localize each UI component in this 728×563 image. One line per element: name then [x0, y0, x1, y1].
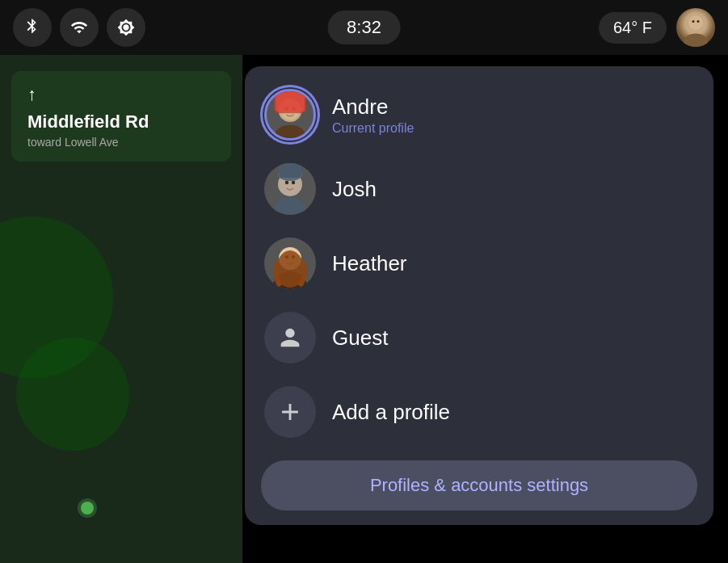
time-display: 8:32 — [327, 11, 401, 44]
map-background: ↑ Middlefield Rd toward Lowell Ave — [0, 55, 242, 563]
status-icons-left — [13, 8, 145, 47]
svg-point-15 — [292, 181, 295, 184]
svg-point-4 — [697, 20, 700, 23]
profile-dropdown: Andre Current profile Josh — [245, 66, 713, 525]
profile-avatar-heather — [264, 237, 316, 289]
profile-item-add[interactable]: Add a profile — [245, 375, 713, 449]
add-profile-icon — [264, 386, 316, 438]
map-location-indicator — [81, 502, 94, 515]
profile-item-andre[interactable]: Andre Current profile — [245, 78, 713, 152]
svg-rect-11 — [276, 91, 305, 111]
time-pill: 8:32 — [327, 11, 401, 44]
profile-avatar-josh — [264, 163, 316, 215]
navigation-card: ↑ Middlefield Rd toward Lowell Ave — [11, 71, 231, 162]
profile-name-guest: Guest — [332, 326, 388, 351]
bluetooth-button[interactable] — [13, 8, 52, 47]
brightness-button[interactable] — [107, 8, 145, 47]
status-bar: 8:32 64° F — [0, 0, 728, 55]
current-user-avatar[interactable] — [676, 8, 715, 47]
svg-point-12 — [272, 197, 308, 215]
toward-label: toward Lowell Ave — [27, 136, 215, 149]
profile-name-andre: Andre — [332, 95, 414, 120]
svg-point-6 — [274, 125, 306, 141]
temperature-display: 64° F — [599, 12, 667, 44]
svg-point-2 — [688, 15, 703, 30]
profile-name-heather: Heather — [332, 251, 407, 276]
profile-info-andre: Andre Current profile — [332, 95, 414, 136]
svg-point-1 — [684, 34, 708, 48]
svg-rect-17 — [279, 163, 301, 178]
profile-avatar-andre — [264, 89, 316, 141]
profiles-settings-button[interactable]: Profiles & accounts settings — [261, 460, 697, 510]
profile-name-add: Add a profile — [332, 400, 450, 425]
svg-point-14 — [285, 181, 288, 184]
profile-item-guest[interactable]: Guest — [245, 300, 713, 375]
direction-arrow: ↑ — [27, 84, 215, 105]
profile-info-heather: Heather — [332, 251, 407, 276]
profile-info-josh: Josh — [332, 177, 377, 202]
status-icons-right: 64° F — [599, 8, 715, 47]
profile-name-josh: Josh — [332, 177, 377, 202]
street-name: Middlefield Rd — [27, 111, 215, 132]
profile-info-add: Add a profile — [332, 400, 450, 425]
profile-info-guest: Guest — [332, 326, 388, 351]
profile-item-josh[interactable]: Josh — [245, 152, 713, 226]
svg-point-3 — [692, 20, 695, 23]
profile-item-heather[interactable]: Heather — [245, 226, 713, 300]
profile-avatar-guest — [264, 312, 316, 363]
profile-subtitle-andre: Current profile — [332, 121, 414, 136]
signal-button[interactable] — [60, 8, 99, 47]
